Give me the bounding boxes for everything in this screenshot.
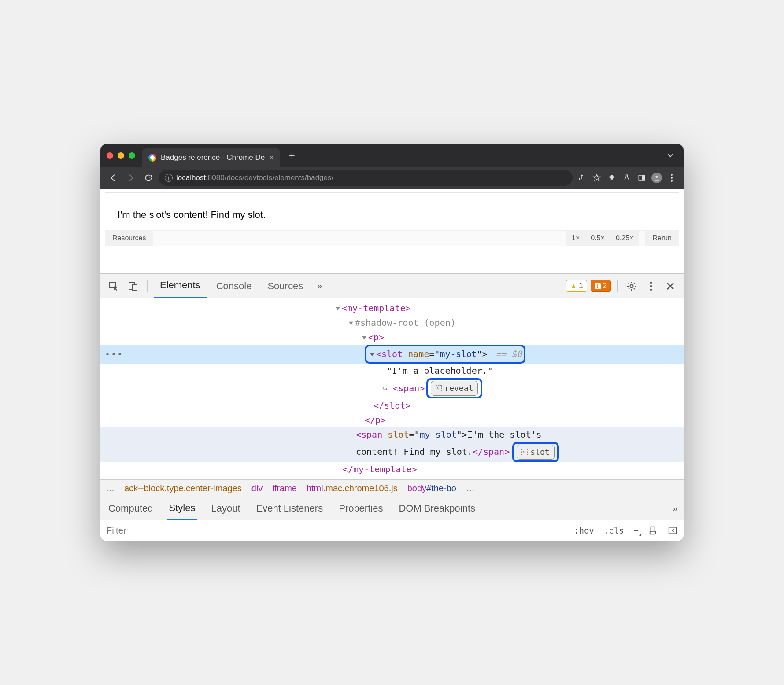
address-bar: i localhost:8080/docs/devtools/elements/… xyxy=(100,167,684,189)
more-style-tabs-icon[interactable]: » xyxy=(673,504,677,514)
bookmark-star-icon[interactable] xyxy=(590,171,603,184)
tab-layout[interactable]: Layout xyxy=(209,497,242,519)
expand-arrow-icon[interactable]: ▼ xyxy=(333,304,343,313)
paint-brush-icon[interactable] xyxy=(647,526,660,535)
breadcrumb-overflow-left[interactable]: … xyxy=(106,483,115,493)
labs-flask-icon[interactable] xyxy=(620,171,633,184)
devtools-menu-icon[interactable] xyxy=(643,278,659,294)
resources-button[interactable]: Resources xyxy=(105,231,153,246)
share-icon[interactable] xyxy=(575,171,588,184)
breadcrumb-item[interactable]: html.mac.chrome106.js xyxy=(307,483,398,493)
close-tab-button[interactable]: × xyxy=(269,153,274,162)
issues-flag-icon: ! xyxy=(595,283,601,289)
minimize-window-button[interactable] xyxy=(118,152,124,159)
svg-point-10 xyxy=(650,282,652,284)
svg-rect-1 xyxy=(642,175,645,180)
svg-point-5 xyxy=(671,180,673,182)
dom-row-hovered[interactable]: <span slot="my-slot">I'm the slot's xyxy=(100,427,684,442)
slot-badge[interactable]: slot xyxy=(517,445,554,460)
tab-elements[interactable]: Elements xyxy=(154,273,207,298)
menu-kebab-icon[interactable] xyxy=(665,171,678,184)
dom-row[interactable]: ▼<p> xyxy=(100,330,684,345)
expand-arrow-icon[interactable]: ▼ xyxy=(359,333,369,342)
dom-row[interactable]: ▼#shadow-root (open) xyxy=(100,316,684,330)
slot-badge-highlight: slot xyxy=(512,442,558,462)
extensions-icon[interactable] xyxy=(605,171,618,184)
toggle-sidebar-icon[interactable] xyxy=(666,526,679,535)
zoom-05x-button[interactable]: 0.5× xyxy=(585,231,610,246)
tab-styles[interactable]: Styles xyxy=(167,497,197,520)
devtools-toolbar: Elements Console Sources » ▲ 1 ! 2 xyxy=(100,274,684,298)
breadcrumb-item[interactable]: ack--block.type.center-images xyxy=(124,483,242,493)
issues-count: 2 xyxy=(603,281,607,291)
url-path: /docs/devtools/elements/badges/ xyxy=(225,173,334,182)
profile-avatar-icon[interactable] xyxy=(650,171,663,184)
dom-row[interactable]: </p> xyxy=(100,413,684,427)
reload-button[interactable] xyxy=(141,170,156,185)
tab-computed[interactable]: Computed xyxy=(107,497,155,519)
dom-row[interactable]: </my-template> xyxy=(100,462,684,477)
tab-dom-breakpoints[interactable]: DOM Breakpoints xyxy=(397,497,477,519)
breadcrumb-item[interactable]: div xyxy=(251,483,263,493)
tab-event-listeners[interactable]: Event Listeners xyxy=(255,497,325,519)
dom-row-selected[interactable]: ••• ▼<slot name="my-slot"> == $0 xyxy=(100,345,684,364)
breadcrumb-overflow-right[interactable]: … xyxy=(466,483,475,493)
svg-point-2 xyxy=(655,176,658,178)
settings-gear-icon[interactable] xyxy=(624,278,640,294)
tab-list-button[interactable] xyxy=(663,152,677,159)
dom-row-hovered[interactable]: content! Find my slot.</span> slot xyxy=(100,442,684,462)
maximize-window-button[interactable] xyxy=(129,152,135,159)
browser-tab[interactable]: Badges reference - Chrome De × xyxy=(142,148,280,167)
slot-pointer-icon xyxy=(521,449,528,455)
dom-breadcrumb[interactable]: … ack--block.type.center-images div ifra… xyxy=(100,479,684,497)
warnings-badge[interactable]: ▲ 1 xyxy=(566,280,587,292)
svg-point-11 xyxy=(650,285,652,287)
styles-tabs: Computed Styles Layout Event Listeners P… xyxy=(100,497,684,520)
site-info-icon[interactable]: i xyxy=(165,174,173,182)
reveal-badge-highlight: reveal xyxy=(426,378,482,398)
panel-icon[interactable] xyxy=(635,171,648,184)
browser-window: Badges reference - Chrome De × + i local… xyxy=(100,144,684,541)
page-viewport: I'm the slot's content! Find my slot. Re… xyxy=(100,189,684,273)
inspect-element-icon[interactable] xyxy=(106,278,122,294)
new-style-rule-button[interactable]: + xyxy=(632,526,640,535)
dom-row[interactable]: </slot> xyxy=(100,398,684,413)
url-box[interactable]: i localhost:8080/docs/devtools/elements/… xyxy=(159,170,573,186)
close-devtools-icon[interactable] xyxy=(662,278,678,294)
back-button[interactable] xyxy=(106,170,121,185)
breadcrumb-item[interactable]: body#the-bo xyxy=(407,483,456,493)
tab-sources[interactable]: Sources xyxy=(261,274,309,298)
issues-badge[interactable]: ! 2 xyxy=(591,280,611,292)
more-tabs-chevron-icon[interactable]: » xyxy=(313,281,326,291)
styles-filter-input[interactable] xyxy=(105,524,566,538)
device-toggle-icon[interactable] xyxy=(125,278,141,294)
hov-toggle-button[interactable]: :hov xyxy=(572,526,596,535)
svg-point-12 xyxy=(650,289,652,291)
close-window-button[interactable] xyxy=(107,152,113,159)
expand-arrow-icon[interactable]: ▼ xyxy=(367,350,377,359)
cls-toggle-button[interactable]: .cls xyxy=(602,526,626,535)
url-port: :8080 xyxy=(206,173,225,182)
svg-point-3 xyxy=(671,174,673,176)
reveal-badge[interactable]: reveal xyxy=(431,381,478,396)
zoom-025x-button[interactable]: 0.25× xyxy=(610,231,639,246)
demo-footer: Resources 1× 0.5× 0.25× Rerun xyxy=(105,230,679,246)
chrome-favicon-icon xyxy=(148,154,156,162)
url-host: localhost xyxy=(176,173,206,182)
dom-row[interactable]: ▼<my-template> xyxy=(100,301,684,316)
rerun-button[interactable]: Rerun xyxy=(645,231,679,246)
new-tab-button[interactable]: + xyxy=(285,149,300,162)
tab-properties[interactable]: Properties xyxy=(337,497,385,519)
forward-button[interactable] xyxy=(123,170,138,185)
dom-tree[interactable]: ▼<my-template> ▼#shadow-root (open) ▼<p>… xyxy=(100,298,684,479)
svg-rect-8 xyxy=(133,284,137,291)
breadcrumb-item[interactable]: iframe xyxy=(272,483,297,493)
dom-row[interactable]: ↪ <span> reveal xyxy=(100,378,684,398)
zoom-1x-button[interactable]: 1× xyxy=(566,231,585,246)
tab-console[interactable]: Console xyxy=(210,274,258,298)
styles-filter-bar: :hov .cls + xyxy=(100,520,684,541)
dom-row[interactable]: "I'm a placeholder." xyxy=(100,364,684,378)
row-actions-icon[interactable]: ••• xyxy=(105,347,123,361)
expand-arrow-icon[interactable]: ▼ xyxy=(346,318,356,328)
titlebar: Badges reference - Chrome De × + xyxy=(100,144,684,167)
